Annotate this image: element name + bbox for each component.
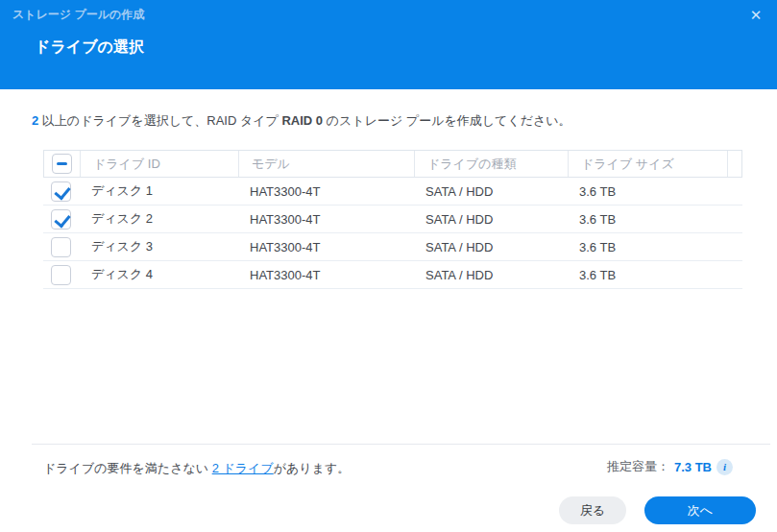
cell-model: HAT3300-4T: [237, 212, 413, 227]
close-icon[interactable]: ✕: [745, 5, 766, 26]
cell-drive-id: ディスク 2: [79, 210, 237, 228]
warning-suffix: があります。: [274, 461, 351, 475]
select-all-checkbox[interactable]: [52, 154, 72, 174]
row-checkbox-cell: [43, 181, 79, 202]
row-checkbox[interactable]: [51, 181, 71, 202]
cell-drive-size: 3.6 TB: [567, 240, 726, 254]
drive-table: ドライブ ID モデル ドライブの種類 ドライブ サイズ ディスク 1 HAT3…: [43, 150, 742, 289]
row-checkbox-cell: [43, 265, 79, 285]
column-header-model[interactable]: モデル: [238, 151, 414, 177]
select-all-cell: [44, 151, 80, 177]
dialog-title: ストレージ プールの作成: [12, 7, 144, 23]
wizard-step-title: ドライブの選択: [35, 37, 144, 58]
cell-drive-size: 3.6 TB: [567, 268, 726, 282]
cell-drive-id: ディスク 1: [79, 182, 237, 200]
cell-model: HAT3300-4T: [237, 240, 413, 254]
footer-divider: [32, 444, 770, 445]
raid-type-label: RAID 0: [281, 113, 323, 128]
cell-drive-type: SATA / HDD: [413, 212, 567, 227]
row-checkbox-cell: [43, 237, 79, 257]
warning-text: ドライブの要件を満たさない 2 ドライブがあります。: [43, 460, 350, 477]
estimated-capacity: 推定容量： 7.3 TB i: [607, 458, 733, 475]
table-row[interactable]: ディスク 2 HAT3300-4T SATA / HDD 3.6 TB: [43, 206, 742, 233]
column-header-drive-size[interactable]: ドライブ サイズ: [568, 151, 727, 177]
info-icon[interactable]: i: [716, 459, 733, 475]
cell-model: HAT3300-4T: [237, 268, 413, 282]
column-header-spacer: [727, 151, 741, 177]
capacity-label: 推定容量：: [607, 458, 669, 475]
instruction-suffix: のストレージ プールを作成してください。: [323, 113, 571, 128]
row-checkbox[interactable]: [51, 237, 71, 257]
row-checkbox-cell: [43, 209, 79, 230]
cell-drive-id: ディスク 3: [79, 238, 237, 255]
table-row[interactable]: ディスク 3 HAT3300-4T SATA / HDD 3.6 TB: [43, 233, 742, 261]
cell-drive-size: 3.6 TB: [567, 184, 726, 199]
unqualified-drives-link[interactable]: 2 ドライブ: [212, 461, 274, 475]
cell-drive-type: SATA / HDD: [413, 184, 567, 199]
back-button[interactable]: 戻る: [559, 496, 626, 524]
cell-model: HAT3300-4T: [237, 184, 413, 199]
table-row[interactable]: ディスク 4 HAT3300-4T SATA / HDD 3.6 TB: [43, 261, 742, 289]
dialog-header: ストレージ プールの作成 ✕ ドライブの選択: [0, 0, 777, 89]
cell-drive-id: ディスク 4: [79, 266, 237, 283]
column-header-drive-id[interactable]: ドライブ ID: [80, 151, 238, 177]
cell-drive-type: SATA / HDD: [413, 240, 567, 254]
column-header-drive-type[interactable]: ドライブの種類: [414, 151, 568, 177]
table-header-row: ドライブ ID モデル ドライブの種類 ドライブ サイズ: [43, 150, 742, 178]
cell-drive-type: SATA / HDD: [413, 268, 567, 282]
instruction-text: 2 以上のドライブを選択して、RAID タイプ RAID 0 のストレージ プー…: [32, 112, 571, 130]
instruction-middle: 以上のドライブを選択して、RAID タイプ: [38, 113, 281, 128]
row-checkbox[interactable]: [51, 265, 71, 285]
cell-drive-size: 3.6 TB: [567, 212, 726, 227]
warning-prefix: ドライブの要件を満たさない: [43, 461, 212, 475]
table-body: ディスク 1 HAT3300-4T SATA / HDD 3.6 TB ディスク…: [43, 178, 742, 289]
row-checkbox[interactable]: [51, 209, 71, 230]
capacity-value: 7.3 TB: [674, 460, 712, 474]
table-row[interactable]: ディスク 1 HAT3300-4T SATA / HDD 3.6 TB: [43, 178, 742, 206]
create-storage-pool-dialog: ストレージ プールの作成 ✕ ドライブの選択 2 以上のドライブを選択して、RA…: [0, 0, 777, 532]
next-button[interactable]: 次へ: [644, 496, 756, 524]
